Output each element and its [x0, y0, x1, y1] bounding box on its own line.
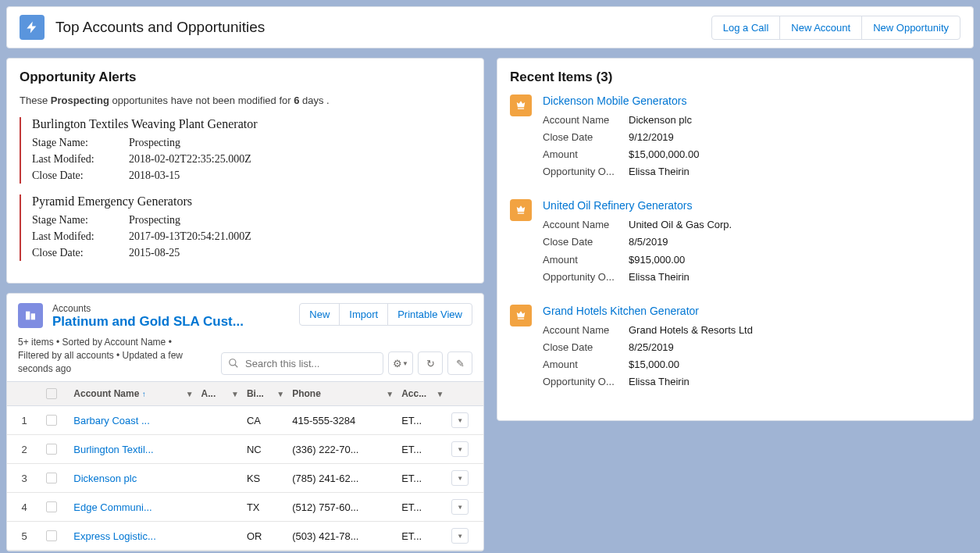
value-account: Dickenson plc — [629, 112, 692, 129]
chevron-down-icon: ▼ — [402, 360, 408, 367]
col-account-name[interactable]: Account Name ↑▼ — [69, 382, 196, 406]
listview-name[interactable]: Platinum and Gold SLA Cust... — [52, 314, 244, 330]
cell-a — [197, 406, 242, 435]
alert-item: Burlington Textiles Weaving Plant Genera… — [20, 117, 471, 184]
row-index: 5 — [7, 522, 41, 551]
checkbox[interactable] — [46, 415, 57, 426]
cell-state: OR — [242, 522, 287, 551]
header-actions: Log a Call New Account New Opportunity — [711, 16, 960, 40]
row-action-menu[interactable]: ▼ — [451, 412, 469, 428]
col-phone[interactable]: Phone▼ — [287, 382, 397, 406]
opportunity-icon — [510, 305, 532, 326]
log-a-call-button[interactable]: Log a Call — [711, 16, 781, 40]
recent-item-link[interactable]: United Oil Refinery Generators — [543, 199, 960, 212]
new-opportunity-button[interactable]: New Opportunity — [861, 16, 960, 40]
import-button[interactable]: Import — [339, 303, 388, 326]
col-a[interactable]: A...▼ — [197, 382, 242, 406]
page-title: Top Accounts and Opportunities — [55, 19, 265, 36]
value-owner: Elissa Theirin — [629, 163, 690, 180]
col-checkbox[interactable] — [41, 382, 69, 406]
row-action-menu[interactable]: ▼ — [451, 528, 469, 544]
label-account: Account Name — [543, 216, 629, 234]
cell-owner: ET... — [397, 435, 447, 464]
table-row: 3Dickenson plcKS(785) 241-62...ET...▼ — [7, 464, 483, 493]
col-account-owner[interactable]: Acc...▼ — [397, 382, 447, 406]
label-account: Account Name — [543, 112, 629, 129]
chevron-down-icon: ▼ — [186, 390, 194, 398]
checkbox[interactable] — [46, 530, 57, 541]
recent-item-link[interactable]: Dickenson Mobile Generators — [543, 95, 960, 107]
printable-view-button[interactable]: Printable View — [387, 303, 472, 326]
refresh-icon: ↻ — [426, 358, 435, 369]
alert-item-title: Pyramid Emergency Generators — [32, 194, 471, 209]
row-checkbox-cell[interactable] — [41, 464, 69, 493]
value-amount: $915,000.00 — [629, 252, 685, 269]
checkbox-all[interactable] — [46, 388, 57, 399]
cell-owner: ET... — [397, 464, 447, 493]
cell-owner: ET... — [397, 406, 447, 435]
cell-phone: (336) 222-70... — [287, 435, 397, 464]
row-index: 1 — [7, 406, 41, 435]
value-owner: Elissa Theirin — [629, 269, 690, 286]
recent-item-link[interactable]: Grand Hotels Kitchen Generator — [543, 305, 960, 317]
account-link[interactable]: Barbary Coast ... — [73, 415, 150, 426]
value-account: United Oil & Gas Corp. — [629, 216, 732, 234]
svg-line-3 — [235, 365, 238, 368]
value-account: Grand Hotels & Resorts Ltd — [629, 322, 753, 339]
checkbox[interactable] — [46, 444, 57, 455]
cell-phone: (512) 757-60... — [287, 493, 397, 522]
account-link[interactable]: Edge Communi... — [73, 501, 151, 513]
row-checkbox-cell[interactable] — [41, 522, 69, 551]
table-header-row: Account Name ↑▼ A...▼ Bi...▼ Phone▼ Acc.… — [7, 382, 483, 406]
value-close-date: 8/5/2019 — [629, 234, 668, 251]
chevron-down-icon: ▼ — [276, 390, 284, 398]
row-checkbox-cell[interactable] — [41, 435, 69, 464]
cell-actions: ▼ — [447, 464, 483, 493]
col-actions — [447, 382, 483, 406]
account-link[interactable]: Express Logistic... — [73, 530, 156, 542]
accounts-listview: Accounts Platinum and Gold SLA Cust... N… — [6, 293, 484, 551]
row-index: 3 — [7, 464, 41, 493]
cell-actions: ▼ — [447, 435, 483, 464]
col-index — [7, 382, 41, 406]
recent-items-panel: Recent Items (3) Dickenson Mobile Genera… — [497, 58, 974, 421]
alerts-sentence: These Prospecting opportunites have not … — [20, 95, 471, 106]
cell-a — [197, 464, 242, 493]
row-action-menu[interactable]: ▼ — [451, 441, 469, 457]
checkbox[interactable] — [46, 473, 57, 483]
new-button[interactable]: New — [299, 303, 340, 326]
page-header: Top Accounts and Opportunities Log a Cal… — [6, 6, 974, 48]
account-link[interactable]: Burlington Textil... — [73, 444, 153, 455]
search-input[interactable] — [221, 352, 383, 375]
table-row: 2Burlington Textil...NC(336) 222-70...ET… — [7, 435, 483, 464]
row-action-menu[interactable]: ▼ — [451, 470, 469, 486]
cell-owner: ET... — [397, 522, 447, 551]
refresh-button[interactable]: ↻ — [418, 351, 443, 375]
recent-items-title: Recent Items (3) — [510, 70, 960, 85]
label-owner: Opportunity O... — [543, 269, 629, 286]
new-account-button[interactable]: New Account — [779, 16, 862, 40]
cell-actions: ▼ — [447, 406, 483, 435]
checkbox[interactable] — [46, 501, 57, 512]
cell-a — [197, 435, 242, 464]
alerts-title: Opportunity Alerts — [20, 70, 471, 85]
account-link[interactable]: Dickenson plc — [73, 473, 137, 484]
cell-a — [197, 522, 242, 551]
col-billing-state[interactable]: Bi...▼ — [242, 382, 287, 406]
alert-item: Pyramid Emergency Generators Stage Name:… — [20, 194, 471, 261]
listview-actions: New Import Printable View — [299, 303, 472, 326]
label-close-date: Close Date — [543, 129, 629, 146]
gear-icon: ⚙ — [393, 358, 402, 369]
row-checkbox-cell[interactable] — [41, 493, 69, 522]
row-action-menu[interactable]: ▼ — [451, 499, 469, 515]
cell-state: CA — [242, 406, 287, 435]
recent-item: Dickenson Mobile GeneratorsAccount NameD… — [510, 95, 960, 180]
listview-meta: 5+ items • Sorted by Account Name • Filt… — [18, 336, 190, 375]
cell-account-name: Express Logistic... — [69, 522, 196, 551]
edit-button[interactable]: ✎ — [447, 351, 472, 375]
label-amount: Amount — [543, 252, 629, 269]
cell-state: TX — [242, 493, 287, 522]
row-checkbox-cell[interactable] — [41, 406, 69, 435]
settings-button[interactable]: ⚙ ▼ — [388, 351, 413, 375]
opportunity-icon — [510, 199, 532, 221]
